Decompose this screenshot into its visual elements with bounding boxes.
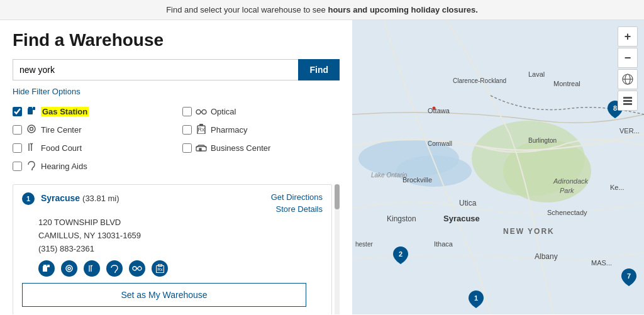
filter-gas-label: Gas Station <box>41 107 89 116</box>
search-input[interactable] <box>13 59 298 80</box>
svg-text:Albany: Albany <box>535 252 558 261</box>
filter-business[interactable]: Business Center <box>182 140 340 156</box>
svg-text:1: 1 <box>474 294 478 302</box>
hide-filter-link[interactable]: Hide Filter Options <box>13 87 340 96</box>
svg-rect-67 <box>623 100 632 102</box>
filter-grid: Gas Station Optical Tire Center Rx <box>13 104 340 174</box>
business-icon <box>196 143 207 153</box>
scrollbar-thumb[interactable] <box>335 184 340 209</box>
svg-point-21 <box>68 267 70 270</box>
amenity-tire-icon <box>61 260 77 277</box>
svg-rect-18 <box>47 265 50 267</box>
svg-text:Kingston: Kingston <box>387 214 416 223</box>
filter-pharmacy[interactable]: Rx Pharmacy <box>182 122 340 138</box>
banner-text: Find and select your local warehouse to … <box>166 5 478 14</box>
svg-point-26 <box>133 267 136 270</box>
svg-point-7 <box>30 128 33 131</box>
page-title: Find a Warehouse <box>13 30 340 50</box>
filter-business-checkbox[interactable] <box>182 143 192 153</box>
filter-gas-checkbox[interactable] <box>13 107 22 116</box>
scrollbar-track[interactable] <box>335 184 340 314</box>
svg-text:Ithaca: Ithaca <box>434 240 453 248</box>
svg-text:7: 7 <box>627 272 631 280</box>
filter-optical[interactable]: Optical <box>182 104 340 119</box>
map-controls: + − <box>618 26 638 111</box>
svg-text:hester: hester <box>355 241 373 248</box>
top-banner: Find and select your local warehouse to … <box>0 0 644 20</box>
result-1-left: 1 Syracuse (33.81 mi) <box>22 192 119 205</box>
filter-gas[interactable]: Gas Station <box>13 104 170 119</box>
filter-tire[interactable]: Tire Center <box>13 122 170 138</box>
svg-text:Clarence-Rockland: Clarence-Rockland <box>453 77 506 84</box>
amenity-gas-icon <box>38 260 55 277</box>
svg-text:MAS...: MAS... <box>591 259 612 267</box>
amenity-optical-icon <box>129 260 145 277</box>
result-1-right: Get Directions Store Details <box>271 192 323 214</box>
search-row: Find <box>13 59 340 80</box>
svg-point-6 <box>28 125 35 133</box>
get-directions-link-1[interactable]: Get Directions <box>271 192 323 202</box>
filter-tire-checkbox[interactable] <box>13 125 22 135</box>
set-warehouse-button-1[interactable]: Set as My Warehouse <box>22 283 306 307</box>
result-1-distance: (33.81 mi) <box>82 194 119 203</box>
svg-text:VER...: VER... <box>619 127 640 135</box>
svg-text:Cornwall: Cornwall <box>428 140 452 147</box>
svg-text:Utica: Utica <box>459 199 477 207</box>
svg-point-27 <box>138 267 142 270</box>
filter-tire-label: Tire Center <box>41 125 82 135</box>
svg-text:Ke...: Ke... <box>610 184 625 191</box>
result-card-1: 1 Syracuse (33.81 mi) Get Directions Sto… <box>13 184 332 314</box>
result-1-number: 1 <box>22 192 35 205</box>
filter-food[interactable]: Food Court <box>13 140 170 156</box>
svg-point-4 <box>202 109 206 114</box>
svg-rect-68 <box>623 103 632 105</box>
svg-text:Park: Park <box>560 187 574 194</box>
filter-optical-checkbox[interactable] <box>182 107 192 116</box>
svg-point-3 <box>196 109 201 114</box>
filter-food-checkbox[interactable] <box>13 143 22 153</box>
result-1-city: Syracuse <box>41 193 80 203</box>
find-button[interactable]: Find <box>298 59 340 80</box>
filter-food-label: Food Court <box>41 143 82 153</box>
svg-rect-0 <box>28 108 33 114</box>
result-1-amenities: Rx <box>38 260 323 277</box>
svg-text:Rx: Rx <box>198 126 205 133</box>
svg-rect-15 <box>199 148 201 151</box>
svg-point-41 <box>433 107 436 110</box>
map-layers-button[interactable] <box>618 91 638 111</box>
store-details-link-1[interactable]: Store Details <box>276 204 323 214</box>
left-panel: Find a Warehouse Find Hide Filter Option… <box>0 20 352 314</box>
svg-rect-1 <box>33 107 35 110</box>
filter-hearing[interactable]: Hearing Aids <box>13 158 170 174</box>
tire-icon <box>26 124 37 136</box>
svg-point-20 <box>66 265 72 272</box>
svg-rect-2 <box>28 107 32 109</box>
zoom-out-button[interactable]: − <box>618 48 638 68</box>
svg-text:8: 8 <box>613 104 617 112</box>
amenity-hearing-icon <box>106 260 123 277</box>
svg-text:NEW YORK: NEW YORK <box>503 227 555 236</box>
zoom-in-button[interactable]: + <box>618 26 638 47</box>
filter-business-label: Business Center <box>211 143 270 153</box>
filter-hearing-label: Hearing Aids <box>41 162 87 171</box>
map-svg: Adirondack Park NEW YORK Ottawa Clarence… <box>352 20 644 314</box>
amenity-pharmacy-icon: Rx <box>152 260 168 277</box>
svg-point-16 <box>31 169 33 170</box>
hearing-icon <box>26 160 37 172</box>
gas-icon <box>26 106 37 118</box>
filter-pharmacy-label: Pharmacy <box>211 125 248 135</box>
svg-text:Burlington: Burlington <box>528 137 557 144</box>
filter-hearing-checkbox[interactable] <box>13 162 22 171</box>
svg-text:Lake Ontario: Lake Ontario <box>371 172 408 179</box>
map-type-button[interactable] <box>618 69 638 89</box>
filter-pharmacy-checkbox[interactable] <box>182 125 192 135</box>
result-1-address: 120 TOWNSHIP BLVD CAMILLUS, NY 13031-165… <box>38 216 323 255</box>
svg-text:Laval: Laval <box>528 70 545 78</box>
svg-text:Montreal: Montreal <box>553 80 580 87</box>
svg-rect-17 <box>43 266 47 272</box>
filter-optical-label: Optical <box>211 107 236 116</box>
results-container: 1 Syracuse (33.81 mi) Get Directions Sto… <box>13 184 340 314</box>
food-icon <box>26 142 37 154</box>
pharmacy-icon: Rx <box>196 124 207 136</box>
svg-rect-19 <box>43 265 47 267</box>
